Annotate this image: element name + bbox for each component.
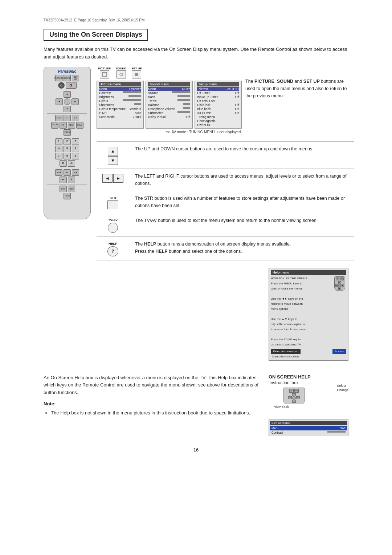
mini-menu-btn: M <box>336 278 339 280</box>
tvav-exit-label: TV/AV =Exit <box>272 405 348 409</box>
remote-num-row3: 7 8 9 <box>46 153 89 159</box>
on-screen-help-subtitle: 'Instruction' box <box>269 380 348 385</box>
updown-btns: ▲ ▼ <box>108 147 118 165</box>
leftright-desc-text: The LEFT and RIGHT cursor buttons are us… <box>135 173 354 187</box>
sound-menu-row-1: Volume <box>148 91 190 95</box>
remote-ok-btn <box>64 98 70 105</box>
remote-play-btn: ► <box>64 169 71 176</box>
help-menu-line-0: HOW TO USE THE MENUS <box>271 276 331 281</box>
left-panel: Panasonic PICTURE SOUND SET UP ⏻ 🔇 ▲ <box>44 67 91 260</box>
picture-menu-row-6: P-NRAuto <box>99 111 141 115</box>
help-menu-line-9: adjust the chosen option or <box>271 322 331 327</box>
help-menu-line-8: Use the ▲▼ keys to <box>271 317 331 321</box>
setup-menu-row-0: TeletextFASTEXT <box>197 87 239 91</box>
picture-menu-title: Picture menu <box>99 82 141 86</box>
left-arrow-btn: ◄ <box>102 174 113 183</box>
setup-btn-icon <box>132 70 141 78</box>
remote-help-btn: HELP <box>68 186 75 192</box>
remote-down-btn: ▼ <box>64 106 71 112</box>
setup-menu-row-8: Geomagnetic <box>197 119 239 123</box>
help-desc-text: The HELP button runs a demonstration of … <box>135 240 354 255</box>
mini-tvav-btn: TV <box>340 278 344 280</box>
mini-down-btn: ▼ <box>338 287 341 290</box>
remote-control: Panasonic PICTURE SOUND SET UP ⏻ 🔇 ▲ <box>44 67 91 219</box>
remote-btn-4: 4 <box>55 146 62 152</box>
remote-index-btn: INDEX <box>68 122 75 129</box>
help-menu-line-4: Use the ◄► keys on the <box>271 297 331 301</box>
on-screen-image-col: ON SCREEN HELP 'Instruction' box Select … <box>269 374 348 436</box>
picture-menu-row-4: Sharpness <box>99 103 141 107</box>
help-button-area: HELP ? <box>97 240 129 256</box>
remote-right-btn: ► <box>72 98 79 105</box>
setup-menu-row-7: Tuning menu <box>197 115 239 119</box>
setup-menu-row-2: Wake up TimerOff <box>197 95 239 99</box>
remote-left-btn: ◄ <box>56 98 63 105</box>
remote-up-btn: ▲ <box>64 91 71 98</box>
remote-tvav-row: TV/AV <box>46 193 89 199</box>
sound-menu-title: Sound menu <box>148 82 190 86</box>
remote-btn-1: 1 <box>55 138 62 145</box>
remote-btn-6: 6 <box>72 146 79 152</box>
setup-menu-row-1: Off TimerOff <box>197 91 239 95</box>
help-btn-circle: ? <box>107 246 118 256</box>
help-menu-line-13: go back to watching TV <box>271 343 331 347</box>
page-header: TX32F500A-2912_E Page 16 Saturday, July … <box>22 18 370 22</box>
remote-mid-row3: PROG <box>46 129 89 136</box>
sound-label: SOUND <box>116 67 126 70</box>
picture-btn-group: PICTURE <box>98 67 111 78</box>
tvav-btn-circle <box>108 223 118 233</box>
instruction-remote-area: Select Change M TV/AV <box>269 388 348 409</box>
main-content-section: Panasonic PICTURE SOUND SET UP ⏻ 🔇 ▲ <box>44 67 348 260</box>
on-screen-text-col: An On Screen Help box is displayed whene… <box>44 374 261 436</box>
remote-btn-8: 8 <box>64 153 71 159</box>
leftright-btns: ◄ ► <box>102 174 123 183</box>
help-menu-line-3 <box>271 292 331 296</box>
sr-down-btn: ▼ <box>292 400 296 403</box>
remote-btn-2: 2 <box>64 138 71 145</box>
picture-menu-row-3: Colour <box>99 99 141 103</box>
menus-column: PICTURE SOUND <box>97 67 242 138</box>
mini-ok-btn <box>338 284 341 287</box>
picture-menu-row-0: MenuDynamic <box>99 87 141 91</box>
menus-and-desc-row: PICTURE SOUND <box>97 67 354 138</box>
help-menu-content: HOW TO USE THE MENUS Press the MENU keys… <box>271 276 346 348</box>
help-text-col <box>44 268 261 361</box>
help-menu-line-5: remote to move between <box>271 302 331 306</box>
sound-menu-row-7: Dolby VirtualOff <box>148 115 190 119</box>
mini-right-btn: ► <box>342 284 344 287</box>
picture-menu-small: Picture menu MenuSoft Contrast <box>269 420 348 436</box>
select-label-row: Select <box>337 384 348 388</box>
help-footer-external: External connection <box>271 349 301 354</box>
picture-menu-small-row-1: Contrast <box>270 430 347 435</box>
setup-menu-row-5: Blue backOn <box>197 107 239 111</box>
section-separator <box>44 368 348 368</box>
remote-mid-row2: TX/TEXT F.P. INDEX HOLD <box>46 122 89 129</box>
str-btn-group: STR <box>107 196 118 209</box>
three-menus: Picture menu MenuDynamic Contrast Bright… <box>97 81 242 129</box>
sound-menu-box: Sound menu MenuMusic Volume Bass <box>146 81 193 129</box>
help-mini-remote: M TV ▲ ◄ ► <box>333 276 346 348</box>
remote-setmenu-btn: SET UP <box>55 115 62 121</box>
remote-btn-3: 3 <box>72 138 79 145</box>
tvav-label: TV/AV <box>108 218 118 222</box>
setup-label: SET UP <box>131 67 142 70</box>
sr-right-btn: ► <box>296 396 300 399</box>
help-menu-line-10: to access the chosen menu <box>271 327 331 332</box>
page-number: 16 <box>44 447 348 453</box>
remote-txtext-btn: TX/TEXT <box>51 122 58 129</box>
sound-menu-row-6: Subwoofer <box>148 111 190 115</box>
updown-row: ▲ ▼ The UP and DOWN cursor buttons are u… <box>97 141 354 169</box>
remote-setup-btn: SET UP <box>72 75 79 81</box>
change-label: Change <box>337 388 348 392</box>
help-menu-line-2: open or close the menus <box>271 287 331 291</box>
remote-num-row2: 4 5 6 <box>46 146 89 152</box>
picture-menu-small-row-0: MenuSoft <box>270 426 347 430</box>
remote-ff-btn: ►► <box>72 169 79 176</box>
remote-num-row1: 1 2 3 <box>46 138 89 145</box>
leftright-button-area: ◄ ► <box>97 173 129 183</box>
str-button-area: STR <box>97 195 129 209</box>
intro-text: Many features available on this TV can b… <box>44 46 348 61</box>
setup-menu-title: Setup menu <box>197 82 239 86</box>
remote-fp-btn: F.P. <box>60 122 67 129</box>
remote-prog-btn: PROG <box>64 129 71 136</box>
